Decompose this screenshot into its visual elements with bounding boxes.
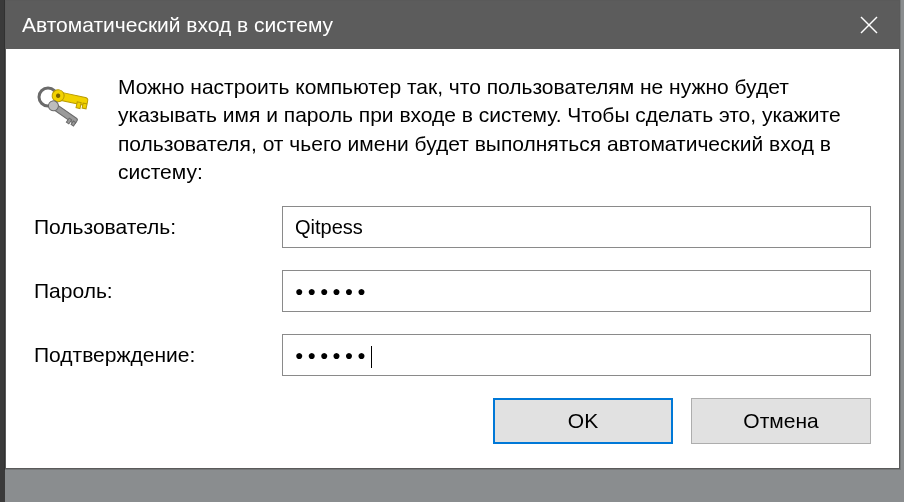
window-title: Автоматический вход в систему xyxy=(22,13,333,37)
intro-row: Можно настроить компьютер так, что польз… xyxy=(34,73,871,186)
text-caret xyxy=(371,346,372,368)
cancel-button[interactable]: Отмена xyxy=(691,398,871,444)
dialog-body: Можно настроить компьютер так, что польз… xyxy=(6,49,899,468)
confirm-dots: ●●●●●● xyxy=(295,347,370,363)
confirm-input[interactable]: ●●●●●● xyxy=(282,334,871,376)
password-row: Пароль: ●●●●●● xyxy=(34,270,871,312)
confirm-label: Подтверждение: xyxy=(34,343,282,367)
user-label: Пользователь: xyxy=(34,215,282,239)
user-input[interactable] xyxy=(282,206,871,248)
confirm-row: Подтверждение: ●●●●●● xyxy=(34,334,871,376)
password-label: Пароль: xyxy=(34,279,282,303)
description-text: Можно настроить компьютер так, что польз… xyxy=(118,73,871,186)
close-icon xyxy=(860,16,878,34)
titlebar[interactable]: Автоматический вход в систему xyxy=(6,1,899,49)
ok-button[interactable]: OK xyxy=(493,398,673,444)
auto-login-dialog: Автоматический вход в систему xyxy=(5,0,900,469)
keys-icon xyxy=(34,77,98,131)
user-row: Пользователь: xyxy=(34,206,871,248)
close-button[interactable] xyxy=(839,1,899,49)
svg-rect-6 xyxy=(76,102,81,109)
button-row: OK Отмена xyxy=(34,398,871,444)
password-input[interactable]: ●●●●●● xyxy=(282,270,871,312)
svg-rect-7 xyxy=(82,103,87,109)
password-dots: ●●●●●● xyxy=(295,283,370,299)
